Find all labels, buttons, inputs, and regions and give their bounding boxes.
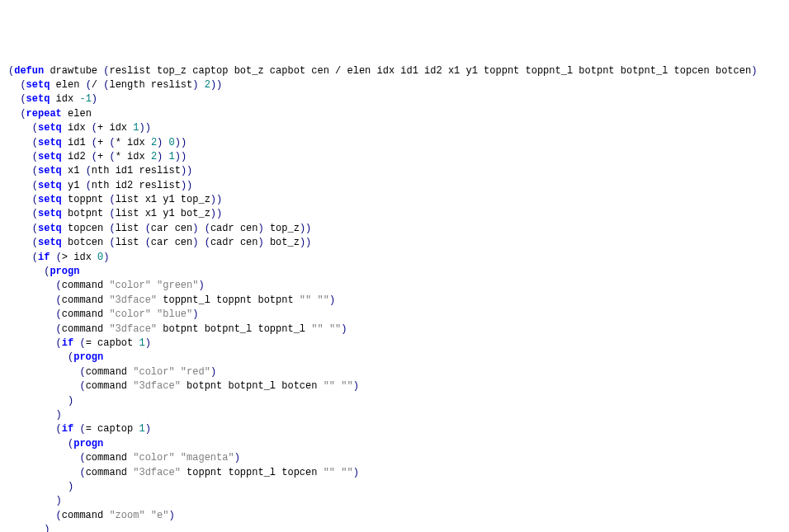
token-p: ) (258, 223, 264, 234)
token-st: "3dface" (109, 323, 157, 335)
code-line: (setq botpnt (list x1 y1 bot_z)) (8, 207, 781, 221)
code-line: (setq x1 (nth id1 reslist)) (8, 164, 781, 178)
token-p: ) (210, 366, 216, 378)
token-fn (324, 323, 329, 335)
token-kw: setq (26, 79, 50, 91)
token-p: ( (79, 452, 85, 464)
code-line: (command "color" "red") (8, 365, 781, 379)
token-p: ) (56, 495, 62, 506)
token-fn: command (62, 294, 110, 306)
token-fn: command (62, 510, 110, 521)
code-line: (command "3dface" toppnt toppnt_l topcen… (8, 466, 781, 480)
token-fn: nth id2 reslist (92, 180, 181, 191)
token-kw: progn (73, 351, 103, 363)
code-line: (command "3dface" botpnt botpnt_l toppnt… (8, 322, 781, 337)
token-p: ( (79, 380, 85, 392)
token-fn (145, 510, 151, 521)
token-fn: car cen (151, 237, 192, 248)
token-p: ( (32, 165, 38, 177)
token-p: ( (56, 308, 62, 320)
token-p: ) (192, 308, 198, 320)
token-p: )) (181, 180, 192, 191)
token-p: ) (168, 510, 174, 521)
token-p: ) (145, 423, 151, 435)
token-p: ( (32, 151, 38, 162)
token-fn: = captop (86, 423, 139, 435)
token-p: ( (20, 93, 26, 105)
token-st: "color" (109, 308, 150, 320)
token-p: ( (79, 366, 85, 378)
token-fn: + (97, 137, 109, 148)
token-fn: toppnt (62, 194, 110, 205)
token-p: ( (56, 280, 62, 291)
token-fn (198, 223, 204, 234)
token-p: ) (353, 380, 359, 392)
code-line: (setq id2 (+ (* idx 2) 1)) (8, 150, 781, 164)
code-line: (progn (8, 265, 781, 279)
token-fn: elen (62, 108, 92, 120)
token-st: "" (300, 294, 311, 306)
token-nm: 2 (151, 151, 157, 162)
code-line: (setq elen (/ (length reslist) 2)) (8, 78, 781, 92)
token-kw: setq (38, 194, 62, 205)
code-line: (setq idx -1) (8, 92, 781, 106)
token-kw: setq (38, 237, 62, 248)
token-nm: -1 (79, 93, 91, 105)
token-fn (50, 252, 55, 263)
token-kw: setq (38, 165, 62, 177)
token-nm: 0 (168, 137, 174, 148)
token-nm: 1 (139, 423, 144, 435)
token-p: ( (109, 194, 115, 205)
token-p: ) (68, 481, 73, 492)
token-kw: setq (38, 208, 62, 219)
token-fn: idx (50, 93, 79, 105)
code-line: ) (8, 408, 781, 422)
token-p: ( (109, 223, 115, 234)
token-fn: list x1 y1 top_z (116, 194, 210, 205)
code-line: (setq botcen (list (car cen) (cadr cen) … (8, 236, 781, 250)
code-line: (setq idx (+ idx 1)) (8, 121, 781, 135)
token-fn: command (86, 467, 134, 478)
token-fn: drawtube (44, 65, 103, 77)
token-p: ( (20, 79, 26, 91)
token-p: ( (56, 323, 62, 335)
token-st: "blue" (157, 308, 192, 320)
code-line: ) (8, 523, 781, 532)
token-fn: reslist top_z captop bot_z capbot cen / … (109, 65, 751, 77)
code-line: (progn (8, 351, 781, 365)
code-line: (setq toppnt (list x1 y1 top_z)) (8, 193, 781, 207)
code-line: (setq topcen (list (car cen) (cadr cen) … (8, 222, 781, 236)
token-p: ( (20, 108, 26, 120)
token-p: ( (56, 337, 62, 349)
token-p: ( (79, 423, 85, 435)
token-fn: topcen (62, 223, 110, 234)
token-fn: top_z (264, 223, 300, 234)
token-st: "3dface" (133, 467, 181, 478)
token-fn: x1 (62, 165, 86, 177)
token-p: ( (86, 79, 92, 91)
token-p: )) (210, 194, 222, 205)
token-p: ( (145, 223, 151, 234)
token-fn: bot_z (264, 237, 300, 248)
token-st: "e" (151, 510, 169, 521)
token-p: ( (205, 223, 210, 234)
token-kw: if (38, 252, 50, 263)
token-p: ) (103, 252, 109, 263)
token-st: "" (329, 323, 341, 335)
token-p: ( (32, 223, 38, 234)
token-p: ( (56, 252, 62, 263)
code-line: (command "3dface" botpnt botpnt_l botcen… (8, 379, 781, 393)
token-fn: elen (50, 79, 85, 91)
token-kw: setq (38, 137, 62, 148)
token-fn: length reslist (109, 79, 192, 91)
code-line: (repeat elen (8, 107, 781, 121)
token-st: "" (324, 380, 335, 392)
token-fn: botcen (62, 237, 110, 248)
token-p: ) (329, 294, 335, 306)
token-fn: = capbot (86, 337, 139, 349)
token-p: ( (32, 137, 38, 148)
token-kw: defun (14, 65, 44, 77)
token-nm: 1 (139, 337, 144, 349)
token-fn: nth id1 reslist (92, 165, 181, 177)
token-p: )) (175, 151, 187, 162)
